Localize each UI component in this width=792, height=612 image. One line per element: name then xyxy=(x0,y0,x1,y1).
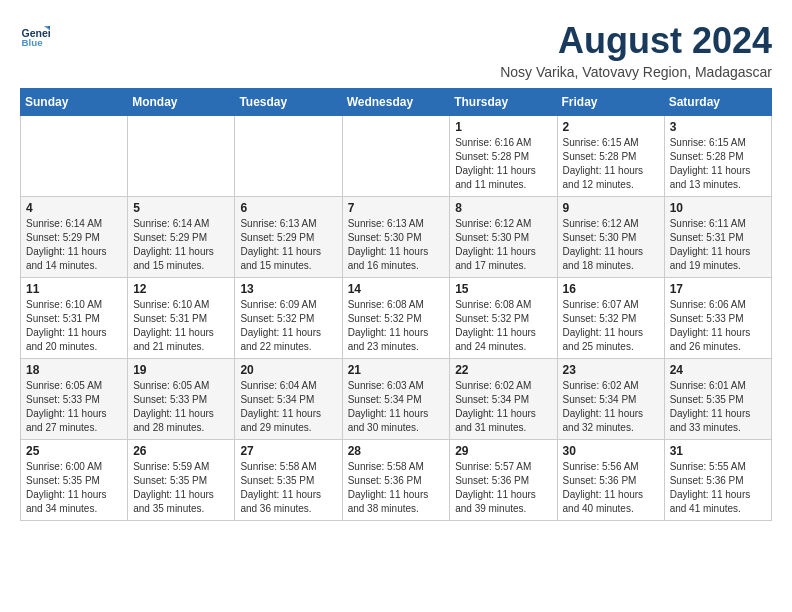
day-number: 29 xyxy=(455,444,551,458)
day-info: Sunrise: 6:10 AM Sunset: 5:31 PM Dayligh… xyxy=(133,298,229,354)
month-title: August 2024 xyxy=(500,20,772,62)
day-number: 6 xyxy=(240,201,336,215)
day-number: 22 xyxy=(455,363,551,377)
day-number: 13 xyxy=(240,282,336,296)
day-number: 7 xyxy=(348,201,445,215)
calendar-empty-cell xyxy=(235,116,342,197)
logo-icon: General Blue xyxy=(20,20,50,50)
day-info: Sunrise: 6:11 AM Sunset: 5:31 PM Dayligh… xyxy=(670,217,766,273)
calendar-day-2: 2Sunrise: 6:15 AM Sunset: 5:28 PM Daylig… xyxy=(557,116,664,197)
day-info: Sunrise: 6:15 AM Sunset: 5:28 PM Dayligh… xyxy=(563,136,659,192)
calendar-day-9: 9Sunrise: 6:12 AM Sunset: 5:30 PM Daylig… xyxy=(557,197,664,278)
svg-text:Blue: Blue xyxy=(22,37,44,48)
calendar-day-19: 19Sunrise: 6:05 AM Sunset: 5:33 PM Dayli… xyxy=(128,359,235,440)
day-number: 26 xyxy=(133,444,229,458)
calendar-empty-cell xyxy=(128,116,235,197)
day-number: 2 xyxy=(563,120,659,134)
day-info: Sunrise: 5:58 AM Sunset: 5:35 PM Dayligh… xyxy=(240,460,336,516)
day-info: Sunrise: 6:10 AM Sunset: 5:31 PM Dayligh… xyxy=(26,298,122,354)
day-number: 27 xyxy=(240,444,336,458)
calendar-day-7: 7Sunrise: 6:13 AM Sunset: 5:30 PM Daylig… xyxy=(342,197,450,278)
weekday-header-row: SundayMondayTuesdayWednesdayThursdayFrid… xyxy=(21,89,772,116)
location: Nosy Varika, Vatovavy Region, Madagascar xyxy=(500,64,772,80)
calendar-day-5: 5Sunrise: 6:14 AM Sunset: 5:29 PM Daylig… xyxy=(128,197,235,278)
day-number: 19 xyxy=(133,363,229,377)
day-number: 4 xyxy=(26,201,122,215)
calendar-week-row: 11Sunrise: 6:10 AM Sunset: 5:31 PM Dayli… xyxy=(21,278,772,359)
calendar-day-17: 17Sunrise: 6:06 AM Sunset: 5:33 PM Dayli… xyxy=(664,278,771,359)
calendar-day-6: 6Sunrise: 6:13 AM Sunset: 5:29 PM Daylig… xyxy=(235,197,342,278)
title-block: August 2024 Nosy Varika, Vatovavy Region… xyxy=(500,20,772,80)
day-number: 14 xyxy=(348,282,445,296)
day-number: 8 xyxy=(455,201,551,215)
weekday-header-wednesday: Wednesday xyxy=(342,89,450,116)
day-number: 20 xyxy=(240,363,336,377)
day-info: Sunrise: 6:12 AM Sunset: 5:30 PM Dayligh… xyxy=(455,217,551,273)
day-number: 21 xyxy=(348,363,445,377)
calendar-day-4: 4Sunrise: 6:14 AM Sunset: 5:29 PM Daylig… xyxy=(21,197,128,278)
calendar-day-23: 23Sunrise: 6:02 AM Sunset: 5:34 PM Dayli… xyxy=(557,359,664,440)
day-info: Sunrise: 6:05 AM Sunset: 5:33 PM Dayligh… xyxy=(133,379,229,435)
day-info: Sunrise: 5:58 AM Sunset: 5:36 PM Dayligh… xyxy=(348,460,445,516)
day-info: Sunrise: 6:07 AM Sunset: 5:32 PM Dayligh… xyxy=(563,298,659,354)
day-info: Sunrise: 6:13 AM Sunset: 5:29 PM Dayligh… xyxy=(240,217,336,273)
weekday-header-thursday: Thursday xyxy=(450,89,557,116)
calendar-day-31: 31Sunrise: 5:55 AM Sunset: 5:36 PM Dayli… xyxy=(664,440,771,521)
day-info: Sunrise: 5:56 AM Sunset: 5:36 PM Dayligh… xyxy=(563,460,659,516)
calendar-day-12: 12Sunrise: 6:10 AM Sunset: 5:31 PM Dayli… xyxy=(128,278,235,359)
calendar-day-29: 29Sunrise: 5:57 AM Sunset: 5:36 PM Dayli… xyxy=(450,440,557,521)
day-number: 16 xyxy=(563,282,659,296)
day-number: 28 xyxy=(348,444,445,458)
day-info: Sunrise: 6:13 AM Sunset: 5:30 PM Dayligh… xyxy=(348,217,445,273)
calendar-day-11: 11Sunrise: 6:10 AM Sunset: 5:31 PM Dayli… xyxy=(21,278,128,359)
calendar-day-13: 13Sunrise: 6:09 AM Sunset: 5:32 PM Dayli… xyxy=(235,278,342,359)
weekday-header-sunday: Sunday xyxy=(21,89,128,116)
day-info: Sunrise: 6:12 AM Sunset: 5:30 PM Dayligh… xyxy=(563,217,659,273)
day-number: 30 xyxy=(563,444,659,458)
calendar-week-row: 25Sunrise: 6:00 AM Sunset: 5:35 PM Dayli… xyxy=(21,440,772,521)
day-info: Sunrise: 6:05 AM Sunset: 5:33 PM Dayligh… xyxy=(26,379,122,435)
day-info: Sunrise: 6:00 AM Sunset: 5:35 PM Dayligh… xyxy=(26,460,122,516)
day-number: 25 xyxy=(26,444,122,458)
day-number: 5 xyxy=(133,201,229,215)
calendar-day-10: 10Sunrise: 6:11 AM Sunset: 5:31 PM Dayli… xyxy=(664,197,771,278)
calendar-week-row: 1Sunrise: 6:16 AM Sunset: 5:28 PM Daylig… xyxy=(21,116,772,197)
logo: General Blue xyxy=(20,20,54,50)
page-header: General Blue August 2024 Nosy Varika, Va… xyxy=(20,20,772,80)
calendar-day-3: 3Sunrise: 6:15 AM Sunset: 5:28 PM Daylig… xyxy=(664,116,771,197)
calendar-day-8: 8Sunrise: 6:12 AM Sunset: 5:30 PM Daylig… xyxy=(450,197,557,278)
day-info: Sunrise: 5:59 AM Sunset: 5:35 PM Dayligh… xyxy=(133,460,229,516)
day-info: Sunrise: 6:08 AM Sunset: 5:32 PM Dayligh… xyxy=(348,298,445,354)
calendar-empty-cell xyxy=(342,116,450,197)
weekday-header-saturday: Saturday xyxy=(664,89,771,116)
calendar-day-15: 15Sunrise: 6:08 AM Sunset: 5:32 PM Dayli… xyxy=(450,278,557,359)
day-number: 31 xyxy=(670,444,766,458)
calendar-empty-cell xyxy=(21,116,128,197)
calendar-day-26: 26Sunrise: 5:59 AM Sunset: 5:35 PM Dayli… xyxy=(128,440,235,521)
weekday-header-monday: Monday xyxy=(128,89,235,116)
calendar-day-21: 21Sunrise: 6:03 AM Sunset: 5:34 PM Dayli… xyxy=(342,359,450,440)
day-info: Sunrise: 6:02 AM Sunset: 5:34 PM Dayligh… xyxy=(563,379,659,435)
calendar-week-row: 18Sunrise: 6:05 AM Sunset: 5:33 PM Dayli… xyxy=(21,359,772,440)
calendar-day-30: 30Sunrise: 5:56 AM Sunset: 5:36 PM Dayli… xyxy=(557,440,664,521)
weekday-header-friday: Friday xyxy=(557,89,664,116)
calendar-day-20: 20Sunrise: 6:04 AM Sunset: 5:34 PM Dayli… xyxy=(235,359,342,440)
day-info: Sunrise: 6:14 AM Sunset: 5:29 PM Dayligh… xyxy=(133,217,229,273)
calendar-day-18: 18Sunrise: 6:05 AM Sunset: 5:33 PM Dayli… xyxy=(21,359,128,440)
day-number: 15 xyxy=(455,282,551,296)
day-info: Sunrise: 6:15 AM Sunset: 5:28 PM Dayligh… xyxy=(670,136,766,192)
day-number: 10 xyxy=(670,201,766,215)
day-number: 11 xyxy=(26,282,122,296)
calendar-day-28: 28Sunrise: 5:58 AM Sunset: 5:36 PM Dayli… xyxy=(342,440,450,521)
day-number: 23 xyxy=(563,363,659,377)
calendar-week-row: 4Sunrise: 6:14 AM Sunset: 5:29 PM Daylig… xyxy=(21,197,772,278)
day-number: 24 xyxy=(670,363,766,377)
day-info: Sunrise: 5:57 AM Sunset: 5:36 PM Dayligh… xyxy=(455,460,551,516)
calendar-day-22: 22Sunrise: 6:02 AM Sunset: 5:34 PM Dayli… xyxy=(450,359,557,440)
day-number: 9 xyxy=(563,201,659,215)
calendar-day-16: 16Sunrise: 6:07 AM Sunset: 5:32 PM Dayli… xyxy=(557,278,664,359)
day-info: Sunrise: 6:02 AM Sunset: 5:34 PM Dayligh… xyxy=(455,379,551,435)
day-info: Sunrise: 5:55 AM Sunset: 5:36 PM Dayligh… xyxy=(670,460,766,516)
day-number: 1 xyxy=(455,120,551,134)
calendar-day-27: 27Sunrise: 5:58 AM Sunset: 5:35 PM Dayli… xyxy=(235,440,342,521)
